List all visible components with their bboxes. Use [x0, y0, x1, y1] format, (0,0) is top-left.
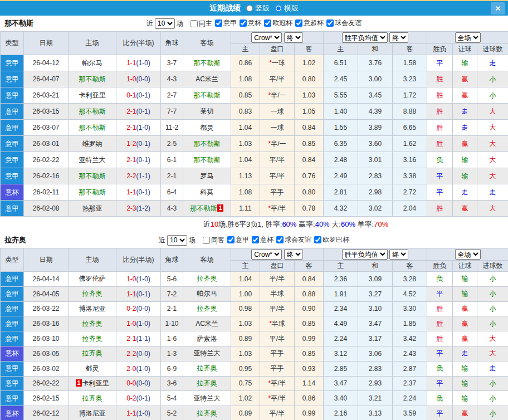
league-filter[interactable]: 意甲 [212, 18, 237, 28]
final-odds-select-handicap[interactable]: 终 [284, 32, 303, 43]
cell-europe-away-odds: 4.52 [393, 286, 427, 301]
cell-handicap-home-odds: 0.89 [231, 331, 260, 346]
cell-europe-home-odds: 2.48 [324, 152, 358, 168]
league-checkbox[interactable] [326, 19, 334, 27]
cell-home-team: 帕尔马 [69, 55, 116, 71]
cell-match-result: 胜 [427, 136, 453, 152]
team-name: 拉齐奥 [197, 364, 217, 372]
league-filter[interactable]: 欧罗巴杯 [311, 235, 349, 245]
filter-bar: 那不勒斯 近 10 场 同主 意甲意杯欧冠杯意超杯球会友谊 [0, 16, 508, 31]
cell-match-result: 负 [427, 272, 453, 287]
cell-date: 26-02-11 [24, 184, 69, 201]
team-name: 那不勒斯 [194, 140, 221, 148]
cell-league-badge: 意甲 [1, 87, 24, 104]
recent-count-select[interactable]: 10 [167, 235, 187, 246]
cell-europe-home-odds: 5.55 [324, 87, 358, 104]
league-filter[interactable]: 意超杯 [292, 18, 324, 28]
europe-mean-select[interactable]: 胜平负均值 [342, 32, 388, 43]
cell-corners: 5-4 [161, 391, 183, 406]
league-filter[interactable]: 意杯 [237, 18, 261, 28]
cell-handicap-result: 赢 [453, 87, 477, 104]
league-label: 意超杯 [304, 18, 324, 28]
league-checkbox[interactable] [276, 236, 284, 243]
result-text: 输 [462, 364, 468, 372]
layout-option-horizontal[interactable]: 横版 [270, 3, 299, 13]
result-text: 胜 [437, 124, 443, 131]
match-row: 意甲26-03-22博洛尼亚0-2(0-0)2-1拉齐奥0.98平/半0.902… [1, 301, 508, 316]
result-text: 走 [490, 59, 496, 67]
cell-score: 0-0(0-0) [116, 376, 161, 391]
league-checkbox[interactable] [240, 19, 247, 27]
fulltime-score: 2-0 [126, 365, 136, 373]
same-venue-filter[interactable]: 同主 [188, 19, 212, 28]
league-filter[interactable]: 意甲 [224, 235, 249, 245]
cell-away-team: 那不勒斯 [183, 152, 231, 168]
team-section-lazio: 拉齐奥 近 10 场 同客 意甲意杯球会友谊欧罗巴杯 类 [0, 232, 508, 420]
same-venue-filter[interactable]: 同客 [200, 236, 224, 245]
league-checkbox[interactable] [215, 19, 222, 27]
cell-match-result: 胜 [427, 87, 453, 104]
final-odds-select-handicap[interactable]: 终 [284, 249, 303, 260]
fulltime-score: 0-0 [126, 379, 136, 387]
league-checkbox[interactable] [252, 236, 259, 243]
final-odds-select-europe[interactable]: 终 [389, 249, 408, 260]
league-filter[interactable]: 球会友谊 [324, 18, 362, 28]
league-filter[interactable]: 欧冠杯 [261, 18, 292, 28]
cell-league-badge: 意杯 [1, 406, 24, 420]
layout-option-vertical[interactable]: 竖版 [241, 3, 270, 13]
cell-match-result: 胜 [427, 301, 453, 316]
fulltime-score: 1-0 [126, 275, 136, 283]
cell-away-team: 罗马 [183, 168, 231, 184]
team-name: 那不勒斯 [194, 91, 221, 99]
close-button[interactable]: × [491, 2, 505, 14]
cell-handicap-line: *半/一 [260, 87, 295, 104]
result-text: 平 [437, 379, 443, 387]
league-checkbox[interactable] [227, 236, 235, 243]
team-name: 拉齐奥 [197, 275, 217, 282]
cell-handicap-away-odds: 0.99 [295, 331, 324, 346]
result-text: 走 [462, 188, 468, 196]
result-text: 输 [462, 275, 468, 282]
cell-handicap-home-odds: 1.08 [231, 184, 260, 201]
league-checkbox[interactable] [314, 236, 321, 243]
result-text: 大 [490, 204, 496, 212]
cell-europe-away-odds: 3.30 [393, 301, 427, 316]
cell-goals-result: 小 [477, 376, 508, 391]
team-name: 卡利亚里 [79, 91, 106, 99]
results-table: 类型 日期 主场 比分(半场) 角球 客场 Crow* 终 胜平负均值 终 [0, 31, 508, 217]
league-filter[interactable]: 意杯 [249, 235, 273, 245]
europe-mean-select[interactable]: 胜平负均值 [342, 249, 388, 260]
league-checkbox[interactable] [264, 19, 271, 27]
cell-europe-home-odds: 2.24 [324, 331, 358, 346]
scope-select[interactable]: 全场 [455, 249, 481, 260]
cell-europe-home-odds: 2.49 [324, 168, 358, 184]
recent-count-select[interactable]: 10 [155, 18, 175, 29]
cell-handicap-home-odds: 0.83 [231, 104, 260, 120]
scope-select[interactable]: 全场 [455, 32, 481, 43]
league-filter[interactable]: 球会友谊 [273, 235, 311, 245]
bookmaker-select[interactable]: Crow* [251, 249, 282, 260]
cell-europe-home-odds: 1.40 [324, 104, 358, 120]
cell-score: 1-0(0-0) [116, 71, 161, 87]
cell-match-result: 平 [427, 286, 453, 301]
final-odds-select-europe[interactable]: 终 [389, 32, 408, 43]
cell-goals-result: 大 [477, 152, 508, 168]
cell-score: 1-1(1-0) [116, 406, 161, 420]
line-changed-marker: * [268, 394, 271, 402]
league-checkbox[interactable] [295, 19, 302, 27]
horizontal-radio[interactable] [275, 5, 282, 12]
same-venue-checkbox[interactable] [203, 237, 210, 244]
same-venue-checkbox[interactable] [190, 20, 198, 27]
cell-league-badge: 意甲 [1, 152, 24, 168]
cell-europe-away-odds: 8.88 [393, 104, 427, 120]
cell-europe-draw-odds: 3.01 [358, 152, 393, 168]
cell-europe-home-odds: 2.45 [324, 71, 358, 87]
cell-handicap-line: *一球 [260, 55, 295, 71]
vertical-radio[interactable] [246, 5, 253, 12]
cell-date: 26-02-22 [24, 152, 69, 168]
cell-handicap-away-odds: 0.80 [295, 71, 324, 87]
summary-part: 大: [330, 220, 341, 228]
league-label: 球会友谊 [285, 235, 311, 245]
cell-date: 26-03-02 [24, 361, 69, 376]
bookmaker-select[interactable]: Crow* [251, 32, 282, 43]
